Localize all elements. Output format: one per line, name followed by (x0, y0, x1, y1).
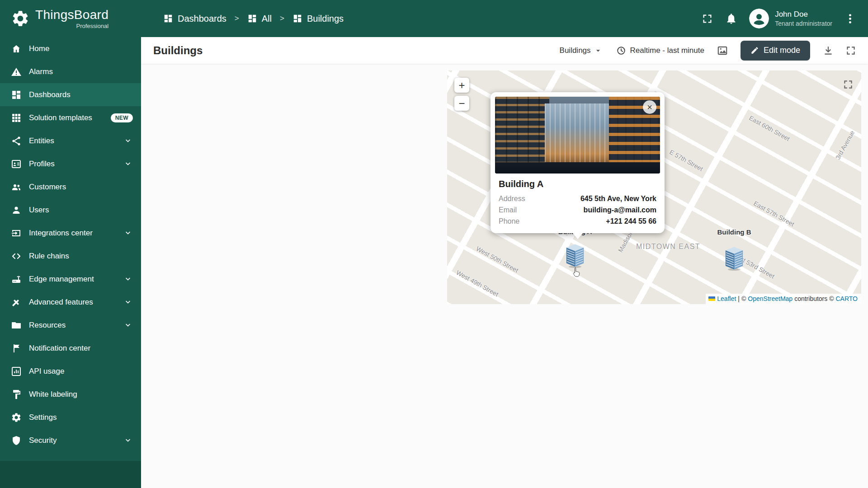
popup-title: Building A (499, 179, 656, 189)
white-labeling-paint-icon (11, 389, 22, 400)
sidebar-item-label: Profiles (29, 160, 55, 169)
fullscreen-icon[interactable] (842, 42, 860, 60)
resources-folder-icon (11, 320, 22, 331)
openstreetmap-link[interactable]: OpenStreetMap (748, 295, 793, 302)
thingsboard-gear-logo-icon (11, 9, 30, 28)
breadcrumb-separator: > (280, 14, 284, 23)
carto-link[interactable]: CARTO (836, 295, 858, 302)
map-fullscreen-icon[interactable] (842, 79, 854, 90)
sidebar-item-alarms[interactable]: Alarms (0, 60, 141, 83)
sidebar-item-label: Alarms (29, 67, 53, 76)
dashboard-content: West 50th Street West 49th Street E 57th… (141, 64, 868, 488)
clock-icon (616, 46, 626, 56)
attribution-contributors: contributors © (794, 295, 834, 302)
popup-row-value: 645 5th Ave, New York (580, 193, 656, 204)
dashboard-state-select[interactable]: Buildings (555, 43, 607, 58)
map-popup-building-a: × Building A Address 645 5th Ave, New Yo… (491, 92, 665, 233)
edit-mode-button[interactable]: Edit mode (741, 41, 810, 61)
sidebar-item-home[interactable]: Home (0, 37, 141, 60)
popup-close-icon[interactable]: × (643, 100, 656, 114)
sidebar-item-resources[interactable]: Resources (0, 314, 141, 337)
popup-row-value: building-a@mail.com (584, 204, 656, 216)
security-shield-icon (11, 435, 22, 446)
sidebar-item-settings[interactable]: Settings (0, 406, 141, 429)
popup-row-address: Address 645 5th Ave, New York (499, 193, 656, 204)
toolbar-actions: Buildings Realtime - last minute Edit mo… (555, 41, 860, 61)
advanced-features-icon (11, 297, 22, 308)
chevron-down-icon (123, 274, 133, 284)
timewindow-button[interactable]: Realtime - last minute (612, 43, 709, 58)
sidebar-item-rule-chains[interactable]: Rule chains (0, 244, 141, 267)
sidebar-item-label: Solution templates (29, 113, 92, 122)
state-select-value: Buildings (560, 46, 591, 55)
chevron-down-icon (123, 436, 133, 446)
entities-icon (11, 136, 22, 146)
home-icon (11, 43, 22, 54)
attribution-copyright: © (741, 295, 746, 302)
map-marker-building-a[interactable] (565, 244, 585, 268)
sidebar-item-customers[interactable]: Customers (0, 175, 141, 198)
chevron-down-icon (123, 297, 133, 307)
notifications-bell-icon[interactable] (725, 13, 737, 25)
zoom-in-button[interactable]: + (454, 78, 469, 93)
building-marker-icon (565, 244, 585, 268)
ukraine-flag-icon (708, 296, 715, 301)
sidebar-item-users[interactable]: Users (0, 198, 141, 221)
sidebar-item-dashboards[interactable]: Dashboards (0, 83, 141, 106)
popup-row-label: Phone (499, 216, 519, 227)
download-icon[interactable] (819, 42, 837, 60)
fullscreen-icon[interactable] (701, 13, 713, 25)
map-marker-building-b[interactable] (724, 246, 745, 271)
sidebar-item-label: Settings (29, 413, 57, 422)
profiles-icon (11, 159, 22, 169)
sidebar-item-label: Advanced features (29, 298, 93, 307)
chevron-down-icon (123, 320, 133, 330)
popup-row-phone: Phone +121 244 55 66 (499, 216, 656, 227)
chevron-down-icon (123, 228, 133, 238)
sidebar-item-api-usage[interactable]: API usage (0, 360, 141, 383)
sidebar-item-white-labeling[interactable]: White labeling (0, 383, 141, 406)
sidebar-item-notification-center[interactable]: Notification center (0, 337, 141, 360)
timewindow-value: Realtime - last minute (630, 46, 704, 55)
popup-row-value: +121 244 55 66 (606, 216, 656, 227)
sidebar-item-advanced-features[interactable]: Advanced features (0, 291, 141, 314)
sidebar-item-profiles[interactable]: Profiles (0, 152, 141, 175)
edit-mode-label: Edit mode (764, 46, 800, 55)
dashboards-icon (292, 14, 302, 23)
attribution-separator: | (738, 295, 740, 302)
more-vert-icon[interactable] (844, 13, 856, 25)
sidebar-item-edge-management[interactable]: Edge management (0, 267, 141, 291)
sidebar-item-entities[interactable]: Entities (0, 129, 141, 152)
sidebar-item-label: Rule chains (29, 252, 69, 261)
map-widget[interactable]: West 50th Street West 49th Street E 57th… (447, 70, 861, 304)
breadcrumb-all[interactable]: All (247, 14, 272, 24)
sidebar-item-label: Notification center (29, 344, 90, 353)
map-zoom-control: + − (454, 78, 469, 111)
breadcrumb-label: All (262, 14, 272, 24)
page-title: Buildings (153, 44, 203, 57)
user-name: John Doe (775, 9, 832, 19)
breadcrumb-dashboards[interactable]: Dashboards (163, 14, 226, 24)
app-edition: Professional (35, 23, 108, 29)
image-gallery-icon[interactable] (713, 42, 731, 60)
alarm-icon (11, 66, 22, 77)
leaflet-link[interactable]: Leaflet (717, 295, 736, 302)
zoom-out-button[interactable]: − (454, 96, 469, 111)
sidebar-item-label: Home (29, 44, 49, 53)
top-header: Dashboards > All > Buildings John Doe Te… (141, 0, 868, 37)
user-menu[interactable]: John Doe Tenant administrator (749, 9, 832, 28)
api-usage-icon (11, 366, 22, 377)
sidebar-item-integrations-center[interactable]: Integrations center (0, 221, 141, 244)
sidebar-item-label: White labeling (29, 390, 77, 399)
popup-tail (572, 233, 583, 239)
breadcrumb-buildings[interactable]: Buildings (292, 14, 344, 24)
popup-row-label: Address (499, 193, 525, 204)
breadcrumb: Dashboards > All > Buildings (163, 14, 344, 24)
sidebar-nav: Home Alarms Dashboards Solution template… (0, 37, 141, 461)
sidebar-item-label: API usage (29, 367, 64, 376)
marker-label-building-b: Building B (717, 228, 751, 236)
sidebar-item-security[interactable]: Security (0, 429, 141, 452)
app-logo[interactable]: ThingsBoard Professional (0, 0, 141, 37)
settings-gear-icon (11, 412, 22, 423)
sidebar-item-solution-templates[interactable]: Solution templates NEW (0, 106, 141, 129)
